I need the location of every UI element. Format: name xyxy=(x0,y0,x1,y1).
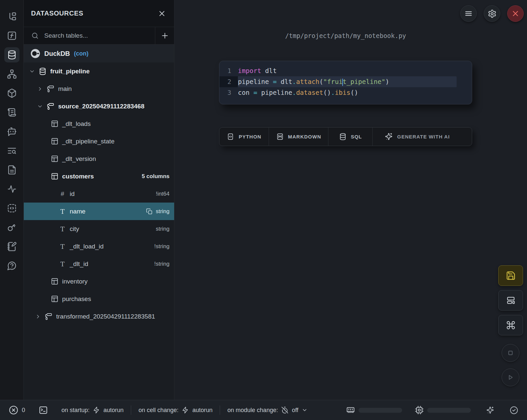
documentation-icon[interactable] xyxy=(4,162,19,177)
on-cell-change-label: on cell change: xyxy=(138,407,178,414)
tree-row-column-dlt-load-id[interactable]: T _dlt_load_id !string xyxy=(24,238,174,255)
search-logs-icon[interactable] xyxy=(4,143,19,158)
markdown-square-icon xyxy=(276,133,284,140)
schema-tree: fruit_pipeline main source_2025042911122… xyxy=(24,62,174,325)
line-number: 2 xyxy=(219,76,238,87)
command-palette-button[interactable] xyxy=(498,315,523,335)
help-icon[interactable] xyxy=(4,258,19,273)
circle-x-icon xyxy=(9,405,19,415)
stop-run-button[interactable] xyxy=(502,344,519,362)
settings-gear-button[interactable] xyxy=(484,5,500,22)
copy-icon[interactable] xyxy=(146,208,153,215)
table-label: _dlt_version xyxy=(62,155,96,163)
connection-status-check-icon[interactable] xyxy=(509,406,518,415)
function-square-icon[interactable] xyxy=(4,28,19,43)
code-square-icon xyxy=(227,133,234,140)
menu-button[interactable] xyxy=(460,5,477,22)
chevron-right-icon[interactable] xyxy=(35,314,41,320)
chevron-down-icon[interactable] xyxy=(29,68,35,74)
on-cell-change-setting[interactable]: on cell change: autorun xyxy=(138,406,212,414)
tree-row-schema-source[interactable]: source_202504291112283468 xyxy=(24,97,174,115)
column-type: !int64 xyxy=(156,191,169,197)
datasources-panel: DATASOURCES DuckDB (con) fruit_pipeline xyxy=(24,0,174,400)
tree-row-table-dlt-pipeline-state[interactable]: _dlt_pipeline_state xyxy=(24,133,174,150)
error-indicator[interactable]: 0 xyxy=(9,405,25,415)
table-icon xyxy=(51,155,58,163)
status-bar: 0 on startup: autorun on cell change: au… xyxy=(0,400,527,420)
add-datasource-button[interactable] xyxy=(155,27,174,44)
run-all-button[interactable] xyxy=(502,368,519,386)
column-type: string xyxy=(156,226,169,232)
duckdb-logo-icon xyxy=(30,49,40,58)
add-markdown-cell-button[interactable]: MARKDOWN xyxy=(269,128,328,146)
logs-icon[interactable] xyxy=(4,105,19,120)
save-button[interactable] xyxy=(498,265,523,286)
tree-row-table-customers[interactable]: customers 5 columns xyxy=(24,168,174,185)
generate-with-ai-button[interactable]: GENERATE WITH AI xyxy=(373,128,472,146)
on-cell-change-value: autorun xyxy=(192,407,212,414)
search-icon xyxy=(31,32,39,40)
tree-row-column-city[interactable]: T city string xyxy=(24,220,174,238)
secrets-key-icon[interactable] xyxy=(4,220,19,235)
resource-usage xyxy=(346,405,518,415)
layout-toggle-button[interactable] xyxy=(498,290,523,311)
string-column-icon: T xyxy=(59,243,66,250)
on-module-change-setting[interactable]: on module change: off xyxy=(227,406,308,414)
tree-row-column-dlt-id[interactable]: T _dlt_id !string xyxy=(24,255,174,273)
column-type: !string xyxy=(154,261,169,267)
schema-label: transformed_202504291112283581 xyxy=(56,313,155,320)
tree-row-column-name[interactable]: T name string xyxy=(24,203,174,220)
line-number: 1 xyxy=(219,65,238,76)
schema-icon xyxy=(47,85,55,93)
line-number: 3 xyxy=(219,87,238,98)
table-icon xyxy=(51,137,58,145)
add-python-cell-button[interactable]: PYTHON xyxy=(219,128,269,146)
database-icon xyxy=(339,133,347,140)
code-cell[interactable]: 1import dlt 2pipeline = dlt.attach("frui… xyxy=(219,61,472,104)
file-tree-icon[interactable] xyxy=(4,9,19,24)
add-cell-button-row: PYTHON MARKDOWN SQL GENERATE WITH AI xyxy=(219,127,472,146)
sparkles-icon[interactable] xyxy=(486,406,494,414)
timer-off-icon xyxy=(281,406,288,414)
column-label: id xyxy=(70,190,75,198)
tree-row-table-dlt-version[interactable]: _dlt_version xyxy=(24,150,174,168)
snippets-icon[interactable] xyxy=(4,201,19,216)
database-label: fruit_pipeline xyxy=(50,68,90,75)
close-panel-icon[interactable] xyxy=(158,9,166,18)
schema-label: main xyxy=(58,85,72,93)
tree-row-schema-transformed[interactable]: transformed_202504291112283581 xyxy=(24,308,174,325)
chevron-right-icon[interactable] xyxy=(37,86,43,92)
shutdown-close-button[interactable] xyxy=(507,5,524,22)
packages-icon[interactable] xyxy=(4,86,19,101)
table-label: _dlt_loads xyxy=(62,120,91,128)
search-row xyxy=(24,27,174,45)
on-startup-value: autorun xyxy=(103,407,124,414)
tree-row-schema-main[interactable]: main xyxy=(24,80,174,97)
datasources-icon[interactable] xyxy=(4,47,19,62)
schema-label: source_202504291112283468 xyxy=(58,103,144,110)
search-box[interactable] xyxy=(24,27,155,44)
chevron-down-icon[interactable] xyxy=(37,103,43,109)
connection-row-duckdb[interactable]: DuckDB (con) xyxy=(24,45,174,62)
tree-row-table-dlt-loads[interactable]: _dlt_loads xyxy=(24,115,174,133)
on-startup-setting[interactable]: on startup: autorun xyxy=(61,406,124,414)
panel-title: DATASOURCES xyxy=(31,10,83,17)
table-icon xyxy=(51,120,58,128)
tree-row-database[interactable]: fruit_pipeline xyxy=(24,62,174,80)
cpu-usage-bar xyxy=(427,408,471,413)
column-label: _dlt_load_id xyxy=(70,243,103,250)
tracing-icon[interactable] xyxy=(4,181,19,197)
tree-row-table-inventory[interactable]: inventory xyxy=(24,273,174,290)
search-input[interactable] xyxy=(44,32,137,39)
ai-chat-icon[interactable] xyxy=(4,124,19,139)
dependency-graph-icon[interactable] xyxy=(4,66,19,82)
table-label: customers xyxy=(62,173,94,180)
add-sql-cell-button[interactable]: SQL xyxy=(328,128,373,146)
tree-row-table-purchases[interactable]: purchases xyxy=(24,290,174,308)
terminal-button[interactable] xyxy=(38,405,48,415)
scratchpad-icon[interactable] xyxy=(4,239,19,254)
tree-row-column-id[interactable]: # id !int64 xyxy=(24,185,174,203)
zap-icon xyxy=(93,406,100,414)
panel-header: DATASOURCES xyxy=(24,0,174,27)
table-label: purchases xyxy=(62,295,91,303)
